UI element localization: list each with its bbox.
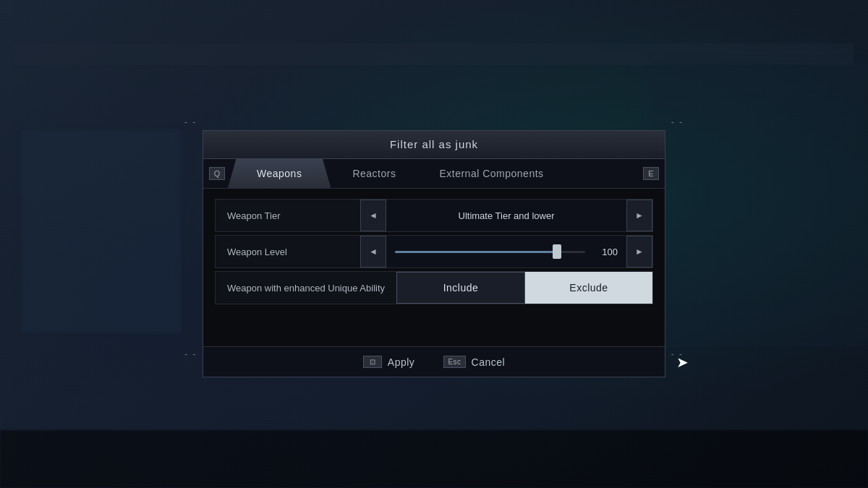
apply-label: Apply [388, 356, 415, 368]
bg-panel-left [22, 130, 181, 333]
weapon-level-control: ◄ 100 ► [360, 236, 652, 267]
apply-button[interactable]: ⊡ Apply [363, 356, 415, 368]
tab-key-e: E [643, 167, 659, 180]
weapon-tier-row: Weapon Tier ◄ Ultimate Tier and lower ► [215, 199, 653, 232]
filter-modal: Filter all as junk Q Weapons Reactors Ex… [203, 130, 665, 377]
apply-key-badge: ⊡ [363, 356, 382, 368]
modal-title: Filter all as junk [390, 138, 478, 150]
weapon-level-row: Weapon Level ◄ 100 ► [215, 235, 653, 268]
modal-content: Weapon Tier ◄ Ultimate Tier and lower ► … [203, 189, 665, 317]
weapon-unique-ability-row: Weapon with enhanced Unique Ability Incl… [215, 271, 653, 304]
weapon-level-prev[interactable]: ◄ [360, 236, 386, 267]
bg-bottom-bar [0, 430, 868, 488]
slider-fill [395, 251, 557, 253]
cancel-label: Cancel [472, 356, 506, 368]
toggle-exclude[interactable]: Exclude [525, 272, 652, 304]
tab-external-components[interactable]: External Components [417, 159, 565, 188]
weapon-tier-prev[interactable]: ◄ [360, 200, 386, 231]
modal-container: Filter all as junk Q Weapons Reactors Ex… [203, 130, 665, 377]
bg-right-panel [651, 58, 868, 347]
modal-title-bar: Filter all as junk [203, 131, 665, 159]
weapon-tier-next[interactable]: ► [626, 200, 652, 231]
toggle-include[interactable]: Include [396, 272, 525, 304]
weapon-level-value: 100 [592, 247, 618, 257]
slider-thumb[interactable] [553, 244, 561, 259]
toggle-group: Include Exclude [396, 272, 652, 304]
weapon-tier-control: ◄ Ultimate Tier and lower ► [360, 200, 652, 231]
weapon-level-slider-container: 100 [386, 236, 626, 267]
corner-bl: - - [184, 349, 197, 359]
modal-footer: ⊡ Apply Esc Cancel [203, 346, 665, 377]
cancel-key-badge: Esc [443, 356, 465, 368]
weapon-tier-label: Weapon Tier [216, 210, 360, 221]
weapon-unique-ability-label: Weapon with enhanced Unique Ability [216, 283, 396, 294]
corner-tr: - - [671, 117, 684, 127]
tab-key-q: Q [209, 167, 225, 180]
weapon-tier-value: Ultimate Tier and lower [386, 200, 626, 231]
tabs-row: Q Weapons Reactors External Components E [203, 159, 665, 189]
weapon-level-label: Weapon Level [216, 247, 360, 257]
cancel-button[interactable]: Esc Cancel [443, 356, 505, 368]
corner-tl: - - [184, 117, 197, 127]
cursor: ➤ [676, 354, 689, 371]
tab-reactors[interactable]: Reactors [331, 159, 417, 188]
tab-weapons[interactable]: Weapons [228, 159, 331, 188]
modal-empty-area [203, 317, 665, 346]
slider-track[interactable] [395, 251, 585, 253]
weapon-level-next[interactable]: ► [626, 236, 652, 267]
